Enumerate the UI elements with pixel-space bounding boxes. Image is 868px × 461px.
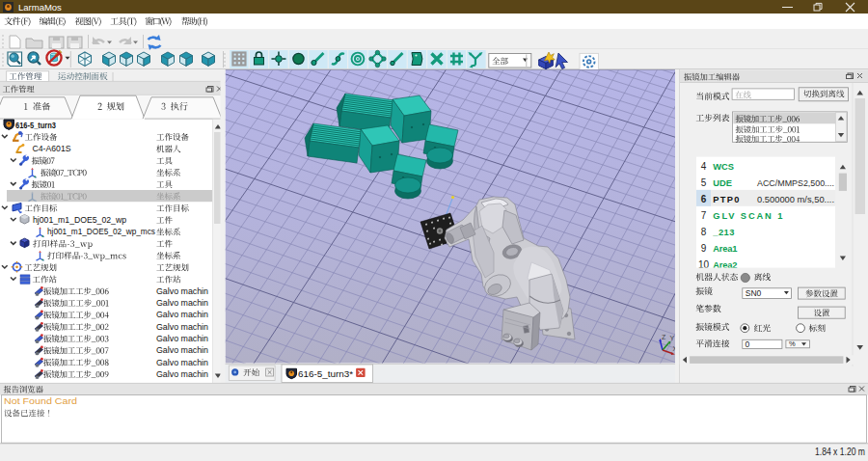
svg-text:Galvo machin: Galvo machin bbox=[156, 357, 208, 367]
svg-text:4: 4 bbox=[701, 161, 707, 172]
svg-text:Galvo machin: Galvo machin bbox=[156, 309, 208, 319]
svg-text:Area1: Area1 bbox=[713, 244, 737, 254]
svg-text:8: 8 bbox=[701, 227, 707, 237]
svg-text:9: 9 bbox=[701, 243, 707, 254]
svg-text:5: 5 bbox=[701, 177, 707, 188]
svg-text:1.84 x 1.20 m: 1.84 x 1.20 m bbox=[815, 446, 865, 457]
svg-text:LarmaMos: LarmaMos bbox=[18, 2, 62, 13]
svg-text:Galvo machin: Galvo machin bbox=[156, 333, 208, 343]
svg-text:Z: Z bbox=[662, 334, 666, 340]
svg-text:616-5_turn3*: 616-5_turn3* bbox=[298, 369, 354, 379]
svg-text:Galvo machin: Galvo machin bbox=[156, 344, 208, 355]
svg-text:616-5_turn3: 616-5_turn3 bbox=[15, 120, 56, 130]
svg-text:0.500000 m/s,50....: 0.500000 m/s,50.... bbox=[757, 195, 834, 204]
svg-text:_213: _213 bbox=[712, 228, 734, 237]
svg-text:%: % bbox=[789, 339, 796, 348]
svg-text:hj001_m1_DOE5_02_wp_mcs: hj001_m1_DOE5_02_wp_mcs bbox=[47, 226, 155, 236]
svg-text:ACC/MMPS2,500....: ACC/MMPS2,500.... bbox=[757, 178, 834, 188]
svg-text:Y: Y bbox=[670, 335, 675, 341]
svg-text:SN0: SN0 bbox=[746, 288, 762, 298]
svg-text:7: 7 bbox=[701, 210, 707, 221]
svg-text:C4-A601S: C4-A601S bbox=[33, 143, 71, 153]
svg-text:Galvo machin: Galvo machin bbox=[156, 297, 208, 308]
svg-text:Galvo machin: Galvo machin bbox=[156, 368, 208, 379]
svg-text:hj001_m1_DOE5_02_wp: hj001_m1_DOE5_02_wp bbox=[33, 214, 126, 225]
svg-text:WCS: WCS bbox=[713, 162, 734, 172]
svg-text:0: 0 bbox=[746, 339, 750, 349]
svg-text:Galvo machin: Galvo machin bbox=[156, 321, 208, 332]
svg-text:Not Found Card: Not Found Card bbox=[4, 395, 77, 406]
svg-text:UDE: UDE bbox=[713, 178, 732, 188]
svg-text:Galvo machin: Galvo machin bbox=[156, 285, 208, 296]
svg-text:6: 6 bbox=[701, 194, 707, 204]
svg-text:PTP0: PTP0 bbox=[713, 195, 739, 204]
